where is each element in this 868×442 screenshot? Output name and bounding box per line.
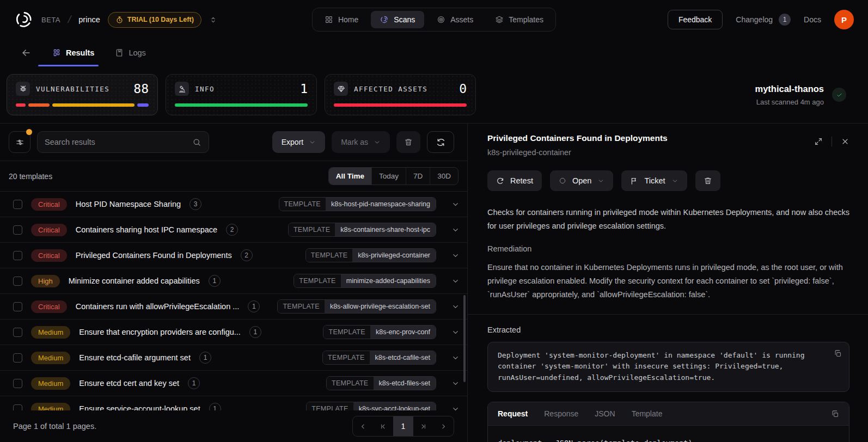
filters-button[interactable] [9,131,30,153]
changelog-link[interactable]: Changelog 1 [736,14,791,26]
request-code[interactable]: deployment = JSON.parse(template.deploym… [488,426,849,442]
results-rows: Critical Host PID Namespace Sharing 3 TE… [0,191,467,410]
nav-item-assets[interactable]: Assets [427,11,482,28]
stats-row: VULNERABILITIES 88 INFO 1 AFFECTED ASSET… [0,66,868,123]
docs-link[interactable]: Docs [804,15,821,24]
tab-json[interactable]: JSON [595,409,615,418]
time-filter-all-time[interactable]: All Time [329,168,371,185]
chevron-down-icon[interactable] [451,200,460,208]
next-page-button[interactable] [433,416,454,436]
first-page-button[interactable] [373,416,393,436]
code-tab-bar: Request Response JSON Template [488,402,849,426]
app-logo-icon[interactable] [14,10,34,29]
row-checkbox[interactable] [13,302,22,311]
finding-count-badge: 1 [249,326,261,338]
severity-bar-segment [28,103,50,107]
refresh-results-button[interactable] [427,131,454,153]
list-header: 20 templates All Time Today 7D 30D [0,161,467,191]
scan-success-check-icon [832,88,846,102]
delete-results-button[interactable] [396,131,420,153]
search-box[interactable] [37,131,209,153]
chevron-down-icon[interactable] [451,251,460,260]
time-filter-30d[interactable]: 30D [430,168,458,185]
result-row[interactable]: Critical Host PID Namespace Sharing 3 TE… [0,192,467,217]
info-card[interactable]: INFO 1 [166,74,317,115]
vulnerabilities-card[interactable]: VULNERABILITIES 88 [7,74,158,115]
row-checkbox[interactable] [13,200,22,209]
remediation-text: Ensure that no container in Kubernetes D… [487,261,849,302]
result-row[interactable]: Critical Privileged Containers Found in … [0,243,467,268]
close-icon[interactable] [841,137,849,146]
chevron-down-icon[interactable] [451,379,460,388]
affected-assets-label: AFFECTED ASSETS [354,85,427,93]
row-checkbox[interactable] [13,353,22,363]
delete-finding-button[interactable] [695,170,720,191]
result-row[interactable]: Medium Ensure etcd cert and key set 1 TE… [0,371,467,396]
chevron-down-icon[interactable] [451,303,460,311]
chevron-down-icon[interactable] [451,277,460,285]
user-avatar[interactable]: P [834,10,854,29]
chevron-down-icon[interactable] [451,328,460,336]
chevron-down-icon[interactable] [451,405,460,411]
row-checkbox[interactable] [13,251,22,260]
topnav-right: Feedback Changelog 1 Docs P [668,10,854,29]
severity-bar-segment [137,103,149,107]
result-row[interactable]: Critical Containers run with allowPrivil… [0,294,467,320]
row-checkbox[interactable] [13,379,22,388]
chevron-down-icon [374,139,381,146]
detail-divider [468,314,868,315]
tab-results[interactable]: Results [52,39,94,66]
extracted-output: Deployment 'system-monitor-deployment' i… [487,342,849,392]
mark-as-button[interactable]: Mark as [332,131,390,153]
current-page[interactable]: 1 [393,416,413,436]
row-checkbox[interactable] [13,225,22,235]
feedback-button[interactable]: Feedback [668,10,723,29]
list-scrollbar[interactable] [463,295,466,382]
search-input[interactable] [45,138,192,146]
result-row[interactable]: Medium Ensure etcd-cafile argument set 1… [0,345,467,371]
nav-item-templates[interactable]: Templates [486,11,553,28]
status-open-button[interactable]: Open [550,170,613,191]
beta-label: BETA [41,16,60,24]
result-row[interactable]: High Minimize container added capabiliti… [0,268,467,294]
org-switcher-icon[interactable] [209,16,217,24]
time-filter-7d[interactable]: 7D [406,168,430,185]
chevron-down-icon[interactable] [451,226,460,234]
row-checkbox[interactable] [13,404,22,411]
affected-assets-card[interactable]: AFFECTED ASSETS 0 [325,74,476,115]
retest-button[interactable]: Retest [487,170,542,191]
back-arrow-icon[interactable] [21,47,32,58]
template-tag-label: TEMPLATE [278,300,324,313]
tab-template[interactable]: Template [632,409,663,418]
expand-icon[interactable] [814,137,823,146]
nav-item-home[interactable]: Home [315,11,368,28]
row-checkbox[interactable] [13,277,22,286]
template-tag-value: k8s-host-pid-namespace-sharing [326,198,436,211]
copy-icon[interactable] [834,349,842,358]
ticket-button[interactable]: Ticket [621,170,687,191]
copy-icon[interactable] [831,410,839,418]
severity-badge: Critical [31,300,67,313]
prev-page-button[interactable] [353,416,373,436]
tab-response[interactable]: Response [544,409,578,418]
affected-assets-count: 0 [459,82,467,96]
row-checkbox[interactable] [13,328,22,337]
pagination-controls: 1 [352,416,454,437]
templates-layers-icon [495,15,504,24]
chevron-down-icon[interactable] [451,354,460,362]
result-row[interactable]: Medium Ensure service-account-lookup set… [0,396,467,410]
trial-badge[interactable]: TRIAL (10 Days Left) [108,12,201,28]
result-row[interactable]: Medium Ensure that encryption providers … [0,320,467,345]
template-tag-value: k8s-etcd-files-set [374,377,436,390]
tab-request[interactable]: Request [498,409,528,418]
tab-logs[interactable]: Logs [115,39,145,66]
nav-item-scans[interactable]: Scans [371,11,424,28]
finding-title: Containers run with allowPrivilegeEscala… [76,302,240,311]
assets-target-icon [437,15,445,24]
time-filter-today[interactable]: Today [371,168,406,185]
export-button[interactable]: Export [272,131,325,153]
main-split: Export Mark as 20 templates All Time [0,124,868,442]
org-name[interactable]: prince [78,15,100,24]
last-page-button[interactable] [413,416,433,436]
result-row[interactable]: Critical Containers sharing host IPC nam… [0,217,467,243]
